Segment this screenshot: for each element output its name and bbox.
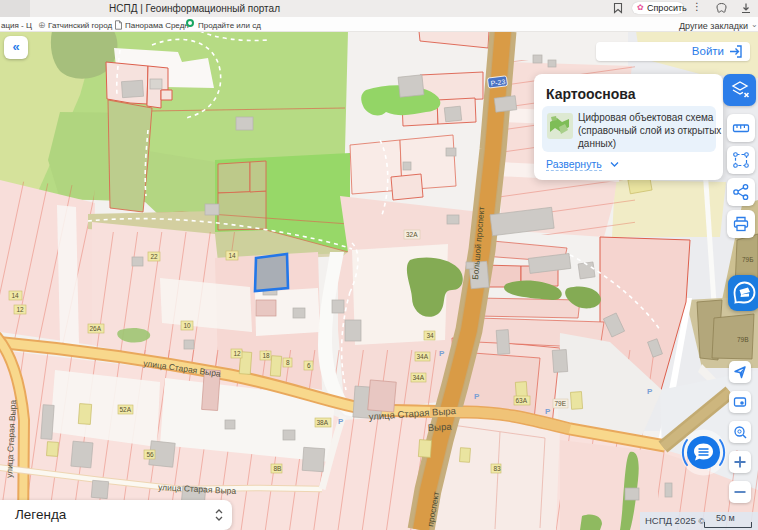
- svg-text:38А: 38А: [317, 419, 329, 426]
- svg-text:6: 6: [307, 362, 311, 369]
- svg-text:22: 22: [151, 253, 159, 260]
- svg-text:26А: 26А: [90, 325, 102, 332]
- svg-text:18: 18: [263, 352, 271, 359]
- svg-text:14: 14: [12, 292, 20, 299]
- svg-text:Р: Р: [439, 349, 445, 358]
- svg-text:8: 8: [286, 359, 290, 366]
- svg-text:83: 83: [494, 465, 502, 472]
- svg-text:63А: 63А: [516, 397, 528, 404]
- svg-text:10: 10: [184, 322, 192, 329]
- svg-text:32А: 32А: [406, 231, 418, 238]
- svg-text:12: 12: [234, 350, 242, 357]
- svg-text:Р: Р: [474, 392, 480, 401]
- svg-text:12: 12: [17, 306, 25, 313]
- svg-text:Р: Р: [647, 387, 653, 396]
- svg-text:79Б: 79Б: [742, 256, 754, 263]
- svg-text:Р: Р: [338, 417, 344, 426]
- svg-text:34А: 34А: [417, 353, 429, 360]
- svg-text:34: 34: [427, 332, 435, 339]
- svg-text:Р: Р: [545, 407, 551, 416]
- svg-text:14: 14: [229, 252, 237, 259]
- svg-text:Выра: Выра: [428, 421, 453, 433]
- svg-text:8В: 8В: [274, 465, 282, 472]
- svg-text:79В: 79В: [737, 336, 749, 343]
- svg-text:52А: 52А: [120, 406, 132, 413]
- svg-text:79Е: 79Е: [555, 400, 567, 407]
- svg-text:34А: 34А: [413, 374, 425, 381]
- svg-text:56: 56: [147, 451, 155, 458]
